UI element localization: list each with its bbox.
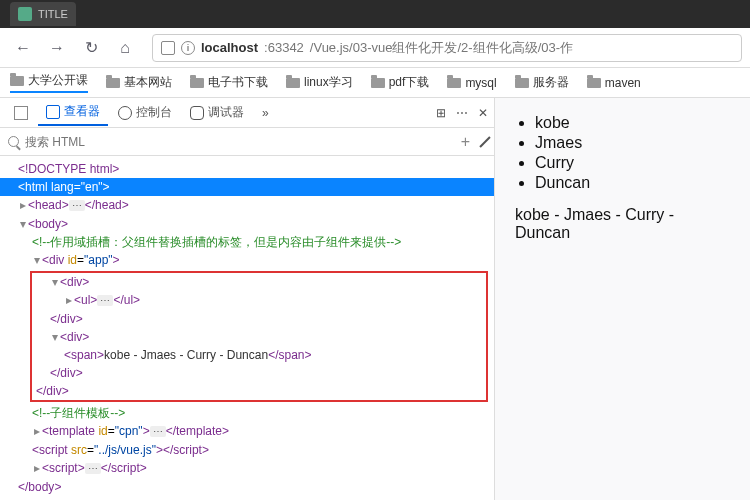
folder-icon [10, 76, 24, 86]
tab-debugger[interactable]: 调试器 [182, 100, 252, 125]
dom-node[interactable]: ▸<head>⋯</head> [0, 196, 494, 215]
element-picker-button[interactable] [6, 102, 36, 124]
html-search-input[interactable] [25, 135, 451, 149]
dom-node[interactable]: ▸<ul>⋯</ul> [32, 291, 486, 310]
home-button[interactable]: ⌂ [110, 33, 140, 63]
tab-title: TITLE [38, 8, 68, 20]
folder-icon [106, 78, 120, 88]
bookmark-item[interactable]: linux学习 [286, 74, 353, 91]
dom-node[interactable]: ▾<div> [32, 328, 486, 346]
dom-node[interactable]: ▸<script>⋯</script> [0, 459, 494, 478]
highlight-box: ▾<div> ▸<ul>⋯</ul> </div> ▾<div> <span>k… [30, 271, 488, 402]
reload-button[interactable]: ↻ [76, 33, 106, 63]
folder-icon [515, 78, 529, 88]
folder-icon [447, 78, 461, 88]
folder-icon [371, 78, 385, 88]
bookmark-item[interactable]: 服务器 [515, 74, 569, 91]
dom-node[interactable]: </body> [0, 478, 494, 496]
url-port: :63342 [264, 40, 304, 55]
back-button[interactable]: ← [8, 33, 38, 63]
dom-node[interactable]: ▾<div> [32, 273, 486, 291]
dom-node[interactable]: <script src="../js/vue.js"></script> [0, 441, 494, 459]
list-item: Jmaes [535, 134, 730, 152]
bookmark-item[interactable]: maven [587, 76, 641, 90]
more-tabs[interactable]: » [254, 102, 277, 124]
dom-node[interactable]: <span>kobe - Jmaes - Curry - Duncan</spa… [32, 346, 486, 364]
page-list: kobe Jmaes Curry Duncan [515, 114, 730, 192]
console-icon [118, 106, 132, 120]
list-item: Duncan [535, 174, 730, 192]
list-item: kobe [535, 114, 730, 132]
devtools-panel: 查看器 控制台 调试器 » ⊞ ⋯ ✕ + <!DOCTYPE html> <h… [0, 98, 495, 500]
browser-tab-bar: TITLE [0, 0, 750, 28]
dom-node[interactable]: ▾<body> [0, 215, 494, 233]
dom-tree[interactable]: <!DOCTYPE html> <html lang="en"> ▸<head>… [0, 156, 494, 500]
more-menu-icon[interactable]: ⋯ [456, 106, 468, 120]
picker-icon [14, 106, 28, 120]
bookmarks-bar: 大学公开课 基本网站 电子书下载 linux学习 pdf下载 mysql 服务器… [0, 68, 750, 98]
info-icon: i [181, 41, 195, 55]
dom-node[interactable]: </div> [32, 382, 486, 400]
address-bar[interactable]: i localhost:63342/Vue.js/03-vue组件化开发/2-组… [152, 34, 742, 62]
content-area: 查看器 控制台 调试器 » ⊞ ⋯ ✕ + <!DOCTYPE html> <h… [0, 98, 750, 500]
list-item: Curry [535, 154, 730, 172]
bookmark-item[interactable]: 电子书下载 [190, 74, 268, 91]
folder-icon [587, 78, 601, 88]
responsive-icon[interactable]: ⊞ [436, 106, 446, 120]
dom-node[interactable]: </html> [0, 496, 494, 500]
url-host: localhost [201, 40, 258, 55]
close-devtools-button[interactable]: ✕ [478, 106, 488, 120]
shield-icon [161, 41, 175, 55]
inspector-icon [46, 105, 60, 119]
folder-icon [286, 78, 300, 88]
browser-navbar: ← → ↻ ⌂ i localhost:63342/Vue.js/03-vue组… [0, 28, 750, 68]
html-search-bar: + [0, 128, 494, 156]
favicon [18, 7, 32, 21]
bookmark-item[interactable]: pdf下载 [371, 74, 430, 91]
dom-node[interactable]: ▾<div id="app"> [0, 251, 494, 269]
add-node-button[interactable]: + [457, 133, 474, 151]
rendered-page: kobe Jmaes Curry Duncan kobe - Jmaes - C… [495, 98, 750, 500]
search-icon [8, 136, 19, 147]
tab-console[interactable]: 控制台 [110, 100, 180, 125]
bookmark-item[interactable]: mysql [447, 76, 496, 90]
dom-node[interactable]: <!DOCTYPE html> [0, 160, 494, 178]
devtools-tab-bar: 查看器 控制台 调试器 » ⊞ ⋯ ✕ [0, 98, 494, 128]
debugger-icon [190, 106, 204, 120]
dom-node-selected[interactable]: <html lang="en"> [0, 178, 494, 196]
dom-node[interactable]: ▸<template id="cpn">⋯</template> [0, 422, 494, 441]
joined-text: kobe - Jmaes - Curry - Duncan [515, 206, 730, 242]
forward-button[interactable]: → [42, 33, 72, 63]
url-path: /Vue.js/03-vue组件化开发/2-组件化高级/03-作 [310, 39, 573, 57]
browser-tab[interactable]: TITLE [10, 2, 76, 26]
folder-icon [190, 78, 204, 88]
dom-comment[interactable]: <!--作用域插槽：父组件替换插槽的标签，但是内容由子组件来提供--> [0, 233, 494, 251]
bookmark-item[interactable]: 大学公开课 [10, 72, 88, 93]
eyedropper-icon[interactable] [479, 136, 490, 147]
tab-inspector[interactable]: 查看器 [38, 99, 108, 126]
dom-node[interactable]: </div> [32, 364, 486, 382]
dom-node[interactable]: </div> [32, 310, 486, 328]
bookmark-item[interactable]: 基本网站 [106, 74, 172, 91]
dom-comment[interactable]: <!--子组件模板--> [0, 404, 494, 422]
